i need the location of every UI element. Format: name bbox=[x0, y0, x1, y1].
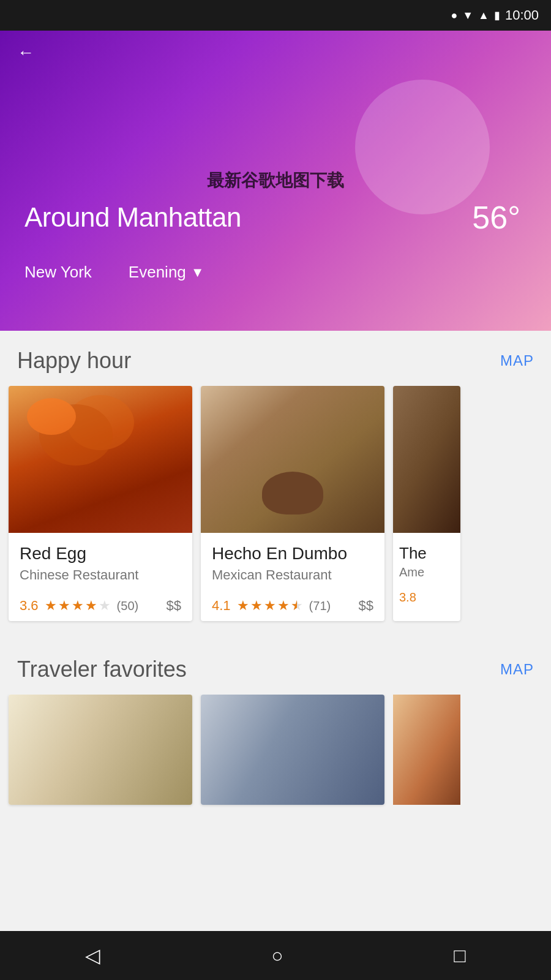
status-icons: ● ▼ ▲ ▮ 10:00 bbox=[451, 7, 539, 23]
traveler-favorites-section: Traveler favorites MAP bbox=[0, 639, 551, 811]
third-image bbox=[393, 386, 460, 533]
home-nav-icon: ○ bbox=[271, 944, 283, 967]
time-of-day-label: Evening bbox=[129, 263, 186, 282]
battery-icon: ▮ bbox=[494, 9, 500, 22]
happy-hour-cards-row: Red Egg Chinese Restaurant 3.6 ★ ★ ★ ★ ★… bbox=[0, 386, 551, 633]
traveler-card-3-partial[interactable] bbox=[393, 695, 460, 805]
third-info: The Ame 3.8 bbox=[393, 533, 460, 616]
star-4: ★ bbox=[277, 598, 290, 614]
dropdown-chevron-icon: ▼ bbox=[191, 265, 204, 281]
traveler-card-1[interactable] bbox=[9, 695, 192, 805]
happy-hour-title: Happy hour bbox=[17, 348, 131, 374]
red-egg-image bbox=[9, 386, 192, 533]
hero-city: New York bbox=[24, 263, 92, 282]
red-egg-reviews: (50) bbox=[117, 599, 139, 613]
star-3: ★ bbox=[72, 598, 84, 614]
hecho-name: Hecho En Dumbo bbox=[212, 544, 373, 564]
red-egg-stars: ★ ★ ★ ★ ★ bbox=[45, 598, 111, 614]
traveler-img-2 bbox=[201, 695, 384, 805]
hecho-rating-row: 4.1 ★ ★ ★ ★ ★★ (71) $$ bbox=[212, 598, 373, 614]
menu-nav-button[interactable]: □ bbox=[454, 944, 465, 967]
happy-hour-header: Happy hour MAP bbox=[0, 331, 551, 386]
red-egg-info: Red Egg Chinese Restaurant 3.6 ★ ★ ★ ★ ★… bbox=[9, 533, 192, 621]
red-egg-rating-row: 3.6 ★ ★ ★ ★ ★ (50) $$ bbox=[20, 598, 181, 614]
signal-icon: ▲ bbox=[478, 9, 489, 22]
traveler-cards-row bbox=[0, 695, 551, 811]
traveler-img-1 bbox=[9, 695, 192, 805]
menu-nav-icon: □ bbox=[454, 944, 465, 967]
star-5: ★ bbox=[99, 598, 111, 614]
status-bar: ● ▼ ▲ ▮ 10:00 bbox=[0, 0, 551, 31]
time-of-day-selector[interactable]: Evening ▼ bbox=[129, 263, 204, 282]
hecho-reviews: (71) bbox=[309, 599, 331, 613]
star-2: ★ bbox=[58, 598, 70, 614]
star-3: ★ bbox=[264, 598, 276, 614]
third-type: Ame bbox=[399, 565, 454, 579]
back-nav-button[interactable]: ◁ bbox=[85, 944, 100, 967]
star-1: ★ bbox=[45, 598, 57, 614]
hecho-type: Mexican Restaurant bbox=[212, 567, 373, 583]
back-button[interactable]: ← bbox=[17, 43, 34, 62]
traveler-favorites-title: Traveler favorites bbox=[17, 657, 187, 682]
star-1: ★ bbox=[237, 598, 249, 614]
hecho-price: $$ bbox=[359, 598, 373, 614]
traveler-img-3 bbox=[393, 695, 460, 805]
hero-section: ← Around Manhattan 56° New York Evening … bbox=[0, 31, 551, 331]
hecho-rating: 4.1 bbox=[212, 598, 231, 614]
traveler-card-2[interactable] bbox=[201, 695, 384, 805]
hero-title: Around Manhattan bbox=[24, 202, 241, 233]
red-egg-name: Red Egg bbox=[20, 544, 181, 564]
card-hecho-en-dumbo[interactable]: Hecho En Dumbo Mexican Restaurant 4.1 ★ … bbox=[201, 386, 384, 621]
red-egg-type: Chinese Restaurant bbox=[20, 567, 181, 583]
hecho-stars: ★ ★ ★ ★ ★★ bbox=[237, 598, 303, 614]
bottom-navigation: ◁ ○ □ bbox=[0, 931, 551, 980]
traveler-favorites-map-link[interactable]: MAP bbox=[500, 661, 534, 678]
third-name: The bbox=[399, 544, 454, 563]
main-content: Happy hour MAP Red Egg Chinese Restauran… bbox=[0, 331, 551, 811]
hero-temperature: 56° bbox=[472, 199, 520, 236]
red-egg-rating: 3.6 bbox=[20, 598, 39, 614]
happy-hour-section: Happy hour MAP Red Egg Chinese Restauran… bbox=[0, 331, 551, 633]
card-third-partial[interactable]: The Ame 3.8 bbox=[393, 386, 460, 621]
traveler-favorites-header: Traveler favorites MAP bbox=[0, 639, 551, 695]
back-nav-icon: ◁ bbox=[85, 944, 100, 967]
star-2: ★ bbox=[250, 598, 263, 614]
hecho-image bbox=[201, 386, 384, 533]
hero-circle-decoration bbox=[355, 80, 490, 214]
happy-hour-map-link[interactable]: MAP bbox=[500, 352, 534, 369]
red-egg-price: $$ bbox=[167, 598, 181, 614]
wifi-icon: ▼ bbox=[462, 9, 473, 22]
hecho-info: Hecho En Dumbo Mexican Restaurant 4.1 ★ … bbox=[201, 533, 384, 621]
home-nav-button[interactable]: ○ bbox=[271, 944, 283, 967]
card-red-egg[interactable]: Red Egg Chinese Restaurant 3.6 ★ ★ ★ ★ ★… bbox=[9, 386, 192, 621]
watermark-text: 最新谷歌地图下载 bbox=[207, 169, 344, 192]
hero-meta: New York Evening ▼ bbox=[24, 263, 204, 282]
star-4: ★ bbox=[85, 598, 97, 614]
star-5: ★★ bbox=[291, 598, 303, 614]
status-time: 10:00 bbox=[505, 7, 539, 23]
third-rating: 3.8 bbox=[399, 590, 454, 605]
location-icon: ● bbox=[451, 9, 457, 22]
